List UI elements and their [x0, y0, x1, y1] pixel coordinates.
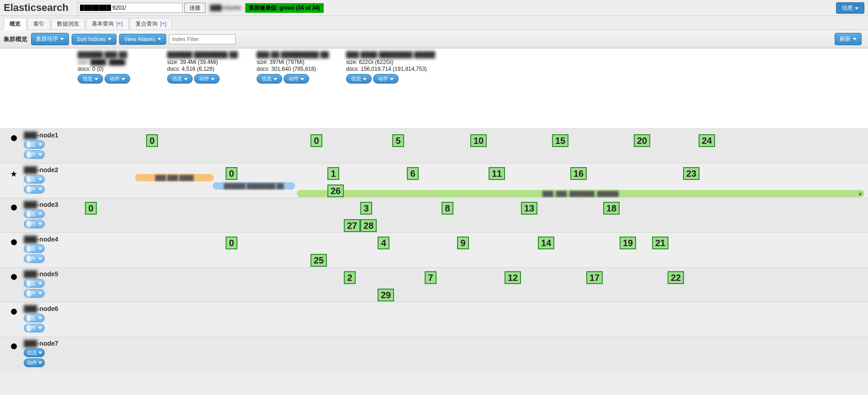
- shard-box[interactable]: 10: [470, 134, 487, 147]
- node-row: ███-node6█息█作: [0, 302, 868, 337]
- caret-down-icon: [38, 258, 42, 260]
- action-pill-button[interactable]: 动作: [194, 74, 220, 84]
- shard-box[interactable]: 27: [344, 219, 360, 232]
- caret-down-icon: [38, 327, 42, 329]
- action-pill-button[interactable]: 动作: [284, 74, 309, 84]
- shard-box[interactable]: 13: [521, 202, 537, 215]
- shard-box[interactable]: 6: [407, 167, 419, 180]
- node-row: ███-node1█息█作00510152024: [0, 128, 868, 163]
- node-name[interactable]: ███-node6: [24, 305, 74, 312]
- info-pill-button[interactable]: 信息: [257, 74, 282, 84]
- shard-box[interactable]: 5: [392, 134, 404, 147]
- tab-数据浏览[interactable]: 数据浏览: [51, 18, 85, 30]
- caret-down-icon: [38, 178, 42, 180]
- shard-box[interactable]: 4: [378, 237, 389, 249]
- index-docs: docs: 4,516 (6,126): [167, 66, 254, 72]
- node-name[interactable]: ███-node7: [24, 340, 74, 347]
- shard-box[interactable]: 9: [457, 237, 469, 249]
- refresh-button[interactable]: 刷新: [835, 33, 862, 45]
- shard-box[interactable]: 11: [489, 167, 505, 180]
- shard-box[interactable]: 0: [226, 237, 237, 249]
- index-filter-input[interactable]: [169, 34, 236, 44]
- shard-box[interactable]: 20: [634, 134, 650, 147]
- sort-cluster-button[interactable]: 集群排序: [31, 33, 69, 45]
- node-info-pill[interactable]: 信息: [24, 348, 45, 357]
- node-info-pill[interactable]: █息: [24, 314, 45, 322]
- shard-box[interactable]: 14: [538, 237, 554, 249]
- shard-box[interactable]: 0: [146, 134, 158, 147]
- tab-基本查询[interactable]: 基本查询[+]: [86, 18, 129, 30]
- shard-box[interactable]: 29: [378, 289, 394, 301]
- view-aliases-button[interactable]: View Aliases: [119, 34, 166, 45]
- info-pill-button[interactable]: 信息: [78, 74, 103, 84]
- action-pill-button[interactable]: 动作: [373, 74, 399, 84]
- index-name[interactable]: ███ ██ █████████ ██: [257, 51, 343, 58]
- node-info-pill[interactable]: █息: [24, 175, 45, 184]
- node-info-pill[interactable]: █息: [24, 279, 45, 288]
- node-row: ███-node4█息█作04914192125: [0, 232, 868, 267]
- index-name[interactable]: ██████ ███ ██: [78, 51, 164, 58]
- shard-box[interactable]: 7: [425, 271, 437, 284]
- tab-索引[interactable]: 索引: [27, 18, 50, 30]
- caret-down-icon: [363, 78, 367, 80]
- connect-button[interactable]: 连接: [184, 3, 205, 13]
- shard-box[interactable]: 28: [360, 219, 377, 232]
- sort-indices-button[interactable]: Sort Indices: [72, 34, 116, 45]
- tab-概览[interactable]: 概览: [4, 18, 26, 30]
- shard-box[interactable]: 16: [570, 167, 587, 180]
- node-info-cell: ███-node5█息█作: [24, 270, 74, 299]
- node-action-pill[interactable]: █作: [24, 150, 45, 159]
- info-pill-button[interactable]: 信息: [346, 74, 372, 84]
- node-action-pill[interactable]: █作: [24, 254, 45, 263]
- shard-box[interactable]: 0: [310, 134, 322, 147]
- node-name[interactable]: ███-node1: [24, 132, 74, 139]
- shard-box[interactable]: 3: [360, 202, 372, 215]
- node-icon-cell: [4, 236, 24, 245]
- shard-box[interactable]: 17: [586, 271, 603, 284]
- node-name[interactable]: ███-node3: [24, 201, 74, 208]
- node-action-pill[interactable]: █作: [24, 220, 45, 228]
- node-action-pill[interactable]: 动作: [24, 358, 45, 367]
- caret-down-icon: [158, 38, 161, 40]
- node-name[interactable]: ███-node4: [24, 236, 74, 243]
- node-name[interactable]: ███-node5: [24, 270, 74, 278]
- shard-box[interactable]: 18: [603, 202, 620, 215]
- node-info-cell: ███-node7信息动作: [24, 340, 74, 369]
- shard-box[interactable]: 15: [552, 134, 568, 147]
- shard-box[interactable]: 0: [226, 167, 237, 180]
- shard-box[interactable]: 24: [699, 134, 715, 147]
- action-pill-button[interactable]: 动作: [105, 74, 130, 84]
- node-info-pill[interactable]: █息: [24, 140, 45, 149]
- toolbar-title: 集群概览: [4, 35, 27, 43]
- add-tab-icon[interactable]: [+]: [160, 21, 167, 27]
- shard-box[interactable]: 19: [620, 237, 636, 249]
- add-tab-icon[interactable]: [+]: [116, 21, 123, 27]
- info-dropdown-button[interactable]: 信息: [836, 2, 864, 14]
- shard-box[interactable]: 8: [442, 202, 453, 215]
- node-action-pill[interactable]: █作: [24, 324, 45, 332]
- tab-复合查询[interactable]: 复合查询[+]: [130, 18, 173, 30]
- caret-down-icon: [38, 352, 42, 354]
- shard-box[interactable]: 26: [327, 184, 344, 197]
- node-name[interactable]: ███-node2: [24, 166, 74, 174]
- node-icon-cell: ★: [4, 166, 24, 178]
- connection-input[interactable]: [78, 3, 183, 13]
- node-info-pill[interactable]: █息: [24, 244, 45, 253]
- node-action-pill[interactable]: █作: [24, 289, 45, 298]
- shard-box[interactable]: 23: [683, 167, 700, 180]
- node-action-pill[interactable]: █作: [24, 185, 45, 194]
- shard-box[interactable]: 25: [310, 254, 327, 267]
- shard-box[interactable]: 21: [652, 237, 668, 249]
- caret-down-icon: [38, 153, 42, 156]
- index-name[interactable]: ███ ████ ████████ █████: [346, 51, 447, 58]
- shard-box[interactable]: 12: [505, 271, 521, 284]
- node-info-pill[interactable]: █息: [24, 210, 45, 218]
- caret-down-icon: [211, 78, 215, 80]
- info-pill-button[interactable]: 信息: [167, 74, 193, 84]
- caret-down-icon: [38, 362, 42, 364]
- shard-box[interactable]: 0: [85, 202, 97, 215]
- shard-box[interactable]: 1: [327, 167, 339, 180]
- index-name[interactable]: ██████ ████████ ██: [167, 51, 254, 58]
- shard-box[interactable]: 22: [668, 271, 684, 284]
- shard-box[interactable]: 2: [344, 271, 356, 284]
